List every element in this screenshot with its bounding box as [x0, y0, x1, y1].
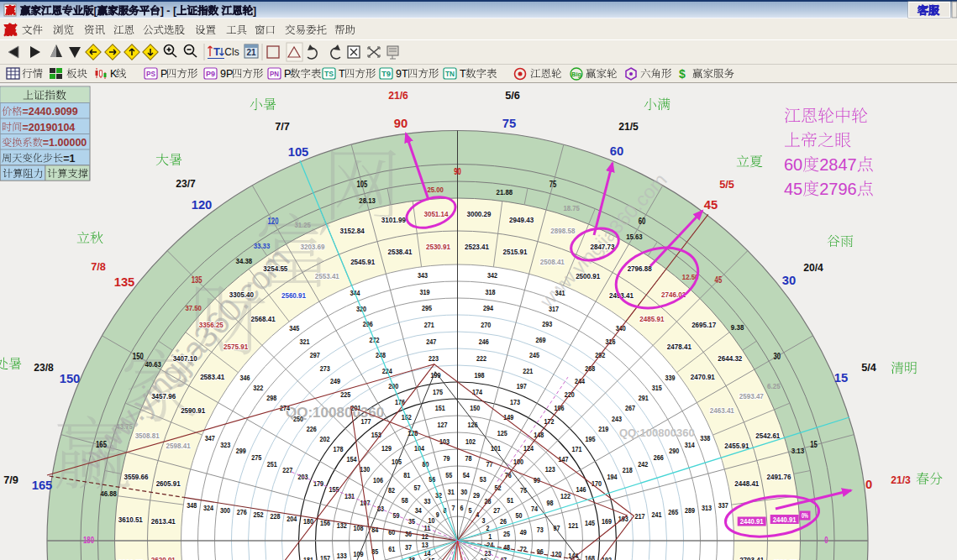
svg-text:2463.41: 2463.41 — [710, 406, 735, 415]
svg-text:226: 226 — [307, 424, 317, 433]
svg-text:28.13: 28.13 — [359, 196, 376, 205]
svg-text:120: 120 — [268, 217, 279, 226]
svg-text:317: 317 — [549, 304, 559, 313]
svg-text:45: 45 — [704, 197, 718, 212]
svg-text:3407.10: 3407.10 — [173, 353, 197, 363]
svg-text:58: 58 — [402, 495, 408, 505]
svg-text:T: T — [460, 68, 466, 80]
svg-text:9: 9 — [436, 510, 439, 519]
svg-text:3101.99: 3101.99 — [381, 215, 406, 224]
svg-text:90: 90 — [394, 116, 408, 130]
svg-text:337: 337 — [718, 500, 728, 510]
svg-text:199: 199 — [431, 370, 441, 379]
svg-text:54: 54 — [463, 470, 471, 479]
svg-text:73: 73 — [537, 525, 544, 534]
svg-text:271: 271 — [424, 320, 435, 329]
svg-text:135: 135 — [114, 275, 135, 289]
svg-text:2590.91: 2590.91 — [181, 406, 206, 415]
svg-text:49: 49 — [520, 527, 527, 536]
svg-text:3559.66: 3559.66 — [124, 472, 148, 481]
svg-text:29: 29 — [473, 490, 480, 500]
svg-text:75: 75 — [549, 180, 557, 189]
svg-text:33: 33 — [424, 496, 431, 505]
svg-text:228: 228 — [270, 511, 280, 521]
svg-text:3661.37: 3661.37 — [118, 557, 143, 560]
svg-text:2553.41: 2553.41 — [315, 271, 340, 280]
svg-text:21.88: 21.88 — [497, 188, 513, 196]
svg-text:43.75: 43.75 — [116, 422, 133, 431]
svg-text:21: 21 — [247, 48, 257, 57]
svg-text:169: 169 — [602, 516, 612, 526]
svg-text:2847: 2847 — [819, 155, 857, 174]
svg-text:7/7: 7/7 — [275, 120, 290, 133]
svg-text:2613.41: 2613.41 — [151, 516, 176, 526]
svg-text:121: 121 — [568, 521, 579, 530]
svg-text:=1.00000: =1.00000 — [43, 137, 87, 149]
svg-text:171: 171 — [572, 444, 583, 453]
svg-text:2470.91: 2470.91 — [691, 372, 716, 381]
svg-text:23/8: 23/8 — [34, 361, 54, 374]
svg-text:27: 27 — [493, 505, 500, 515]
svg-text:3305.40: 3305.40 — [229, 290, 254, 299]
svg-text:3051.14: 3051.14 — [423, 209, 449, 218]
svg-text:2568.41: 2568.41 — [251, 314, 276, 323]
svg-text:23/7: 23/7 — [176, 177, 196, 190]
svg-text:130: 130 — [360, 464, 370, 474]
svg-text:2560.91: 2560.91 — [281, 290, 307, 300]
svg-text:291: 291 — [639, 393, 649, 402]
svg-text:=20190104: =20190104 — [22, 122, 75, 133]
svg-text:270: 270 — [481, 320, 491, 329]
svg-text:40.63: 40.63 — [145, 360, 161, 369]
svg-text:2491.76: 2491.76 — [766, 472, 791, 481]
svg-text:157: 157 — [320, 553, 330, 560]
svg-text:84: 84 — [371, 525, 379, 534]
svg-text:342: 342 — [487, 270, 497, 280]
svg-text:60: 60 — [388, 527, 395, 536]
svg-text:266: 266 — [654, 453, 664, 462]
svg-text:127: 127 — [437, 420, 447, 429]
svg-text:0: 0 — [865, 477, 872, 491]
svg-text:57: 57 — [413, 483, 420, 492]
svg-text:177: 177 — [361, 416, 371, 426]
svg-text:290: 290 — [669, 446, 679, 455]
svg-text:120: 120 — [192, 197, 213, 212]
svg-text:154: 154 — [346, 454, 357, 463]
svg-text:82: 82 — [388, 485, 395, 495]
svg-text:0: 0 — [824, 536, 828, 545]
svg-text:2605.91: 2605.91 — [156, 479, 181, 488]
svg-text:96: 96 — [537, 547, 544, 556]
svg-text:252: 252 — [254, 510, 264, 519]
svg-text:170: 170 — [592, 479, 602, 488]
svg-text:319: 319 — [420, 287, 430, 296]
svg-text:37.50: 37.50 — [185, 304, 202, 312]
svg-text:168: 168 — [585, 553, 595, 560]
svg-text:2508.41: 2508.41 — [540, 257, 565, 266]
svg-text:P: P — [284, 68, 291, 80]
svg-text:2847.73: 2847.73 — [590, 242, 614, 251]
svg-text:251: 251 — [267, 459, 278, 468]
svg-text:289: 289 — [685, 505, 695, 515]
svg-text:60: 60 — [610, 144, 623, 158]
svg-text:2644.32: 2644.32 — [718, 353, 742, 363]
svg-text:276: 276 — [237, 507, 247, 516]
svg-text:155: 155 — [329, 484, 340, 494]
svg-text:2440.91: 2440.91 — [740, 517, 764, 526]
svg-text:2440.91: 2440.91 — [773, 516, 797, 524]
svg-text:346: 346 — [239, 373, 250, 382]
svg-text:2949.43: 2949.43 — [509, 215, 534, 224]
svg-text:179: 179 — [313, 479, 323, 488]
svg-text:131: 131 — [344, 491, 355, 500]
svg-text:79: 79 — [444, 453, 450, 463]
svg-text:25: 25 — [503, 529, 511, 538]
svg-text:] - [: ] - [ — [160, 5, 177, 17]
svg-text:3203.69: 3203.69 — [300, 242, 324, 251]
svg-text:102: 102 — [465, 437, 476, 446]
svg-text:2478.41: 2478.41 — [667, 342, 692, 351]
svg-text:9.38: 9.38 — [731, 323, 744, 332]
svg-text:15.63: 15.63 — [626, 233, 643, 241]
svg-text:150: 150 — [133, 352, 144, 361]
svg-text:300: 300 — [220, 505, 230, 515]
svg-text:243: 243 — [612, 414, 622, 423]
svg-text:45: 45 — [784, 180, 802, 198]
svg-text:18.75: 18.75 — [563, 204, 580, 212]
